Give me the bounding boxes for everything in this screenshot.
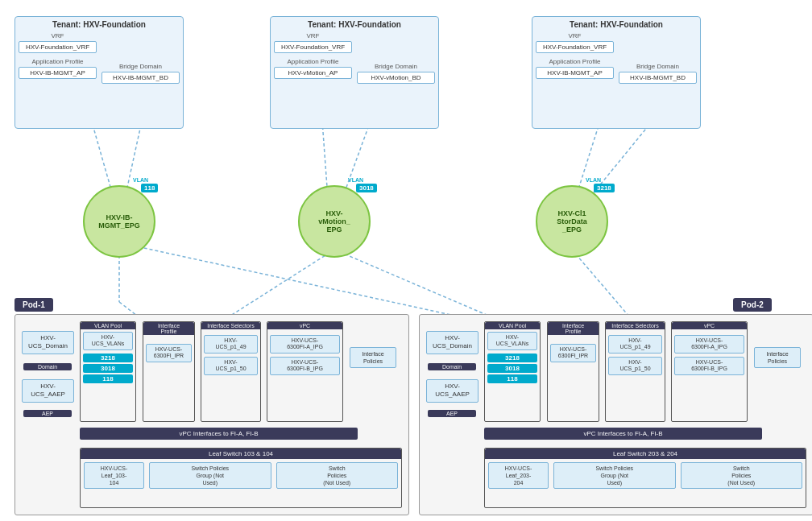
pod2-domain-box: HXV-UCS_Domain (426, 331, 478, 354)
pod2-iface-policies: InterfacePolicies (754, 347, 801, 368)
pod-2-label: Pod-2 (733, 298, 772, 312)
ap-name-3: HXV-IB-MGMT_AP (536, 67, 614, 79)
pod2-vlan-3018: 3018 (487, 364, 537, 373)
pod1-iface-policies: InterfacePolicies (350, 347, 396, 368)
tenant-box-2: Tenant: HXV-Foundation VRF HXV-Foundatio… (270, 16, 439, 129)
ap-label-2: Application Profile (274, 58, 352, 65)
pod1-leaf-section: Leaf Switch 103 & 104 HXV-UCS-Leaf_103-1… (80, 448, 402, 508)
pod2-vpc-2: HXV-UCS-6300FI-B_IPG (674, 357, 744, 375)
pod1-iface-sel-section: Interface Selectors HXV-UCS_p1_49 HXV-UC… (201, 321, 261, 422)
epg-1: HXV-IB-MGMT_EPG (83, 185, 155, 258)
bd-name-2: HXV-vMotion_BD (357, 72, 435, 84)
ap-label-3: Application Profile (536, 58, 614, 65)
pod1-vlan-title: HXV-UCS_VLANs (83, 332, 133, 350)
pod1-vlan-3218: 3218 (83, 354, 133, 362)
pod1-domain-box: HXV-UCS_Domain (22, 331, 74, 354)
ap-label-1: Application Profile (19, 58, 97, 65)
pod2-vpc-section: vPC HXV-UCS-6300FI-A_IPG HXV-UCS-6300FI-… (671, 321, 748, 422)
tenant-box-3: Tenant: HXV-Foundation VRF HXV-Foundatio… (532, 16, 701, 129)
pod1-vlan-3018: 3018 (83, 364, 133, 373)
ap-name-2: HXV-vMotion_AP (274, 67, 352, 79)
vrf-label-2: VRF (274, 32, 352, 39)
tenant-1-label: Tenant: HXV-Foundation (19, 20, 180, 29)
vrf-label-3: VRF (536, 32, 614, 39)
pod2-vpc-1: HXV-UCS-6300FI-A_IPG (674, 335, 744, 354)
pod-1-label: Pod-1 (14, 298, 53, 312)
tenant-3-label: Tenant: HXV-Foundation (536, 20, 697, 29)
tenant-box-1: Tenant: HXV-Foundation VRF HXV-Foundatio… (14, 16, 184, 129)
epg-3-vlan: 3218 (594, 184, 615, 192)
pod1-vpc-bar: vPC Interfaces to FI-A, FI-B (80, 428, 358, 440)
bd-label-2: Bridge Domain (357, 63, 435, 70)
pod2-iface-profile-box: HXV-UCS-6300FI_IPR (550, 344, 596, 362)
pod1-aep-label: AEP (23, 410, 72, 417)
ap-name-1: HXV-IB-MGMT_AP (19, 67, 97, 79)
vrf-label-1: VRF (19, 32, 97, 39)
pod1-vpc-2: HXV-UCS-6300FI-B_IPG (270, 357, 340, 375)
pod1-sw-pol-2: SwitchPolicies(Not Used) (276, 462, 399, 489)
pod1-iface-sel-1: HXV-UCS_p1_49 (204, 335, 258, 354)
pod1-aaep-box: HXV-UCS_AAEP (22, 379, 74, 403)
pod2-iface-profile-section: InterfaceProfile HXV-UCS-6300FI_IPR (547, 321, 599, 422)
pod1-iface-sel-2: HXV-UCS_p1_50 (204, 357, 258, 375)
tenant-2-label: Tenant: HXV-Foundation (274, 20, 435, 29)
pod2-iface-sel-2: HXV-UCS_p1_50 (608, 357, 662, 375)
pod1-leaf-group: HXV-UCS-Leaf_103-104 (84, 462, 144, 489)
pod1-leaf-bar: Leaf Switch 103 & 104 (81, 449, 401, 459)
pod2-iface-sel-1: HXV-UCS_p1_49 (608, 335, 662, 354)
epg-1-vlan-label: VLAN (133, 177, 148, 183)
bd-name-3: HXV-IB-MGMT_BD (619, 72, 697, 84)
epg-3-vlan-label: VLAN (586, 177, 601, 183)
epg-3: HXV-Cl1StorData_EPG (536, 185, 608, 258)
pod2-vpc-bar: vPC Interfaces to FI-A, FI-B (484, 428, 762, 440)
epg-2-vlan: 3018 (356, 184, 377, 192)
pod1-vlan-118: 118 (83, 374, 133, 383)
vrf-name-2: HXV-Foundation_VRF (274, 41, 352, 53)
pod1-vpc-1: HXV-UCS-6300FI-A_IPG (270, 335, 340, 354)
pod1-iface-profile-section: InterfaceProfile HXV-UCS-6300FI_IPR (143, 321, 195, 422)
main-container: Tenant: HXV-Foundation VRF HXV-Foundatio… (0, 0, 812, 521)
pod2-infra: HXV-UCS_Domain Domain HXV-UCS_AAEP AEP V… (419, 314, 812, 515)
pod1-vlan-pool-section: VLAN Pool HXV-UCS_VLANs 3218 3018 118 (80, 321, 136, 422)
pod2-leaf-section: Leaf Switch 203 & 204 HXV-UCS-Leaf_203-2… (484, 448, 806, 508)
pod2-vlan-pool-section: VLAN Pool HXV-UCS_VLANs 3218 3018 118 (484, 321, 541, 422)
pod1-vpc-section: vPC HXV-UCS-6300FI-A_IPG HXV-UCS-6300FI-… (267, 321, 343, 422)
pod2-aaep-box: HXV-UCS_AAEP (426, 379, 478, 403)
pod2-leaf-group: HXV-UCS-Leaf_203-204 (488, 462, 549, 489)
pod2-iface-sel-section: Interface Selectors HXV-UCS_p1_49 HXV-UC… (605, 321, 665, 422)
pod2-vlan-3218: 3218 (487, 354, 537, 362)
pod1-infra: HXV-UCS_Domain Domain HXV-UCS_AAEP AEP V… (14, 314, 409, 515)
pod1-domain-label: Domain (23, 363, 72, 370)
epg-2: HXV-vMotion_EPG (298, 185, 371, 258)
vrf-name-1: HXV-Foundation_VRF (19, 41, 97, 53)
pod2-domain-label: Domain (428, 363, 476, 370)
bd-name-1: HXV-IB-MGMT_BD (102, 72, 180, 84)
vrf-name-3: HXV-Foundation_VRF (536, 41, 614, 53)
pod2-sw-pol-2: SwitchPolicies(Not Used) (681, 462, 803, 489)
pod1-iface-profile-box: HXV-UCS-6300FI_IPR (146, 344, 192, 362)
pod1-sw-pol-1: Switch PoliciesGroup (NotUsed) (149, 462, 271, 489)
pod2-vlan-118: 118 (487, 374, 537, 383)
bd-label-1: Bridge Domain (102, 63, 180, 70)
pod2-leaf-bar: Leaf Switch 203 & 204 (485, 449, 806, 459)
bd-label-3: Bridge Domain (619, 63, 697, 70)
epg-2-vlan-label: VLAN (348, 177, 363, 183)
pod2-sw-pol-1: Switch PoliciesGroup (NotUsed) (553, 462, 676, 489)
pod2-vlan-title: HXV-UCS_VLANs (487, 332, 537, 350)
pod2-aep-label: AEP (428, 410, 476, 417)
epg-1-vlan: 118 (141, 184, 158, 192)
